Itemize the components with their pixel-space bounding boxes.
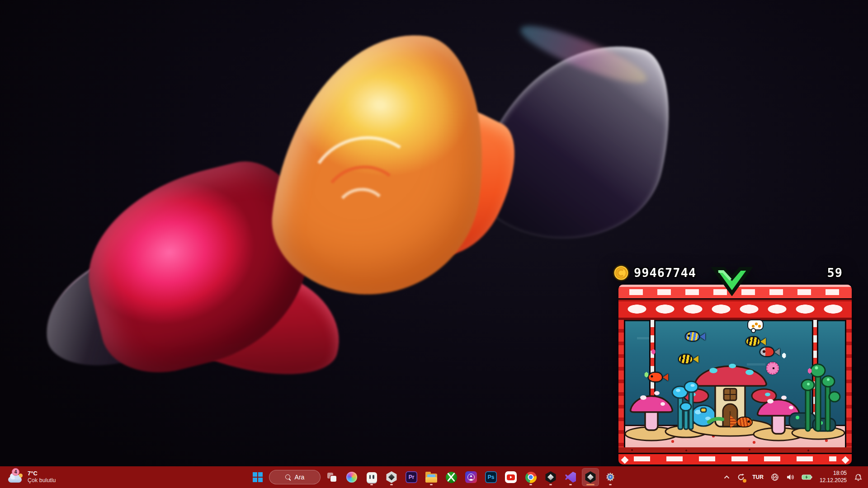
- copilot-button[interactable]: [343, 468, 360, 486]
- visual-studio-icon: [565, 472, 576, 483]
- unity-hub-button[interactable]: [383, 468, 400, 486]
- tray-time: 18:05: [833, 470, 847, 477]
- right-counter: 59: [827, 266, 843, 280]
- tank-frame-second-band: [618, 300, 852, 320]
- coin-icon: [612, 264, 630, 282]
- unity-editor-icon: [545, 471, 557, 483]
- tray-date: 12.12.2025: [820, 477, 847, 484]
- angelfish[interactable]: [685, 330, 706, 343]
- coin-count: 99467744: [634, 266, 696, 280]
- system-tray: TUR 18:05: [721, 466, 865, 488]
- pufferfish[interactable]: [765, 361, 780, 375]
- notification-bell-dnd-icon: z: [854, 473, 863, 482]
- chrome-icon: [525, 472, 537, 483]
- aquarium-hud: 99467744 59: [611, 263, 852, 284]
- premiere-pro-button[interactable]: Pr: [403, 468, 420, 486]
- search-icon: [285, 474, 291, 480]
- green-check-icon: [710, 263, 754, 296]
- star-ornament: [842, 456, 849, 464]
- youtube-button[interactable]: [502, 468, 519, 486]
- speaker-icon: [786, 474, 794, 481]
- settings-gear-icon: ⚙: [604, 471, 616, 483]
- persona-app-icon: [465, 471, 477, 483]
- wallpaper-yellow-ribbon: [264, 20, 498, 307]
- food-thought-bubble: [747, 319, 764, 333]
- windows-logo-icon: [253, 472, 263, 482]
- weather-badge: 4: [12, 468, 19, 476]
- robo-fish[interactable]: [760, 345, 780, 359]
- language-label: TUR: [752, 474, 764, 480]
- blue-coral: [691, 405, 716, 426]
- fish-tank[interactable]: [618, 285, 852, 465]
- chrome-button[interactable]: [522, 468, 539, 486]
- sync-status-dot: [743, 479, 746, 483]
- notification-button[interactable]: z: [851, 468, 865, 486]
- xbox-button[interactable]: [443, 468, 460, 486]
- search-box[interactable]: Ara: [269, 470, 321, 484]
- premiere-pro-icon: Pr: [406, 471, 417, 483]
- sync-status-button[interactable]: [734, 468, 748, 486]
- xbox-icon: [446, 472, 457, 483]
- weather-condition: Çok bulutlu: [28, 477, 56, 484]
- wallpaper-iridescent-streak: [516, 16, 652, 92]
- pixel-pet-app-button[interactable]: [363, 468, 380, 486]
- unity-hub-icon: [386, 471, 397, 483]
- photoshop-icon: Ps: [485, 471, 497, 483]
- file-explorer-button[interactable]: [423, 468, 440, 486]
- volume-button[interactable]: [783, 468, 797, 486]
- settings-button[interactable]: ⚙: [602, 468, 619, 486]
- star-ornament: [621, 456, 629, 464]
- tank-entities: [618, 320, 852, 447]
- start-button[interactable]: [249, 468, 266, 486]
- file-explorer-icon: [425, 474, 437, 483]
- unity-editor-active-button[interactable]: [582, 468, 599, 486]
- copilot-icon: [346, 472, 357, 483]
- task-view-button[interactable]: [323, 468, 340, 486]
- pixel-pet-icon: [367, 472, 377, 483]
- hidden-icons-chevron[interactable]: [721, 468, 732, 486]
- search-label: Ara: [295, 474, 305, 481]
- pink-mushroom-left: [631, 391, 673, 431]
- weather-cloud-icon: 4: [8, 471, 24, 483]
- chevron-up-icon: [724, 475, 730, 479]
- weather-widget[interactable]: 4 7°C Çok bulutlu: [5, 466, 60, 488]
- youtube-icon: [505, 471, 517, 483]
- battery-button[interactable]: [799, 468, 815, 486]
- persona-app-button[interactable]: [462, 468, 480, 486]
- weather-temperature: 7°C: [28, 470, 56, 477]
- language-indicator[interactable]: TUR: [750, 468, 766, 486]
- yellow-tang[interactable]: [678, 352, 699, 366]
- photoshop-button[interactable]: Ps: [482, 468, 500, 486]
- no-internet-globe-icon: [771, 473, 779, 481]
- unity-editor-icon: [585, 471, 596, 483]
- lionfish[interactable]: [730, 414, 754, 430]
- network-button[interactable]: [768, 468, 782, 486]
- tank-frame-bottom-band: [618, 447, 852, 465]
- visual-studio-button[interactable]: [562, 468, 579, 486]
- clock[interactable]: 18:05 12.12.2025: [817, 468, 849, 486]
- taskbar: 4 7°C Çok bulutlu Ara Pr: [0, 466, 868, 488]
- unity-editor-button[interactable]: [542, 468, 559, 486]
- taskbar-center-icons: Ara Pr Ps: [249, 466, 619, 488]
- goldfish[interactable]: [648, 371, 669, 384]
- battery-charging-icon: [802, 474, 812, 480]
- aquarium-widget[interactable]: 99467744 59: [611, 263, 852, 465]
- task-view-icon: [327, 473, 336, 482]
